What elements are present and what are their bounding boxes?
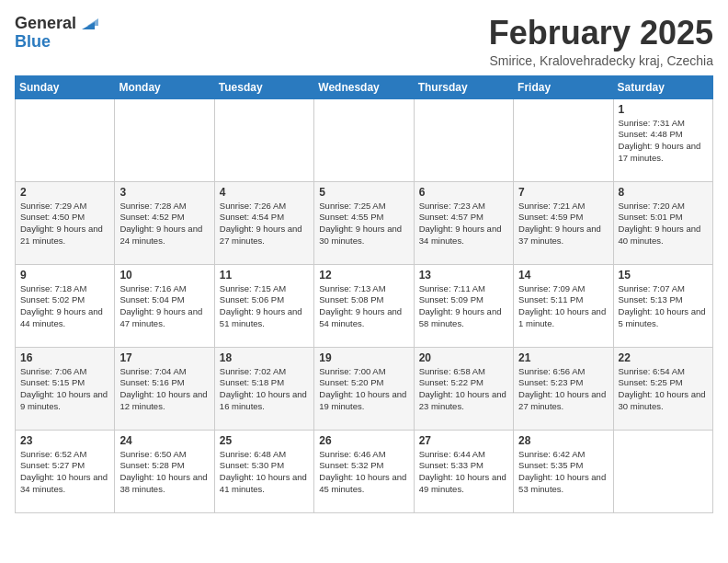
calendar-cell: 26Sunrise: 6:46 AM Sunset: 5:32 PM Dayli…: [314, 430, 414, 512]
calendar-cell: 18Sunrise: 7:02 AM Sunset: 5:18 PM Dayli…: [214, 347, 313, 430]
day-number: 3: [119, 186, 209, 199]
calendar-cell: [16, 98, 115, 181]
calendar-table: SundayMondayTuesdayWednesdayThursdayFrid…: [15, 75, 713, 513]
calendar-cell: 25Sunrise: 6:48 AM Sunset: 5:30 PM Dayli…: [214, 430, 313, 512]
week-row-3: 9Sunrise: 7:18 AM Sunset: 5:02 PM Daylig…: [16, 264, 713, 347]
calendar-cell: [214, 98, 313, 181]
day-number: 17: [119, 351, 209, 364]
day-number: 6: [419, 186, 508, 199]
day-info: Sunrise: 7:11 AM Sunset: 5:09 PM Dayligh…: [419, 283, 508, 330]
day-info: Sunrise: 7:09 AM Sunset: 5:11 PM Dayligh…: [518, 283, 608, 330]
day-info: Sunrise: 7:29 AM Sunset: 4:50 PM Dayligh…: [20, 201, 109, 247]
calendar-cell: 15Sunrise: 7:07 AM Sunset: 5:13 PM Dayli…: [613, 264, 712, 347]
day-info: Sunrise: 7:07 AM Sunset: 5:13 PM Dayligh…: [619, 283, 708, 330]
day-number: 22: [619, 351, 708, 364]
day-info: Sunrise: 7:00 AM Sunset: 5:20 PM Dayligh…: [319, 366, 408, 413]
day-info: Sunrise: 7:28 AM Sunset: 4:52 PM Dayligh…: [119, 201, 209, 247]
day-number: 26: [319, 434, 408, 447]
calendar-cell: 20Sunrise: 6:58 AM Sunset: 5:22 PM Dayli…: [414, 347, 513, 430]
calendar-cell: 1Sunrise: 7:31 AM Sunset: 4:48 PM Daylig…: [613, 98, 712, 181]
day-info: Sunrise: 6:42 AM Sunset: 5:35 PM Dayligh…: [518, 449, 608, 496]
day-number: 21: [518, 351, 608, 364]
day-number: 16: [20, 351, 109, 364]
day-number: 18: [220, 351, 309, 364]
calendar-body: 1Sunrise: 7:31 AM Sunset: 4:48 PM Daylig…: [16, 98, 713, 512]
day-info: Sunrise: 7:31 AM Sunset: 4:48 PM Dayligh…: [619, 118, 708, 165]
logo: General Blue: [15, 15, 98, 52]
day-number: 4: [220, 186, 309, 199]
calendar-cell: 12Sunrise: 7:13 AM Sunset: 5:08 PM Dayli…: [314, 264, 414, 347]
calendar-cell: 24Sunrise: 6:50 AM Sunset: 5:28 PM Dayli…: [115, 430, 214, 512]
day-number: 19: [319, 351, 408, 364]
day-info: Sunrise: 7:02 AM Sunset: 5:18 PM Dayligh…: [220, 366, 309, 413]
week-row-1: 1Sunrise: 7:31 AM Sunset: 4:48 PM Daylig…: [16, 98, 713, 181]
day-number: 27: [419, 434, 508, 447]
day-number: 28: [518, 434, 608, 447]
day-info: Sunrise: 6:50 AM Sunset: 5:28 PM Dayligh…: [119, 449, 209, 496]
weekday-header-thursday: Thursday: [414, 75, 513, 98]
day-info: Sunrise: 6:58 AM Sunset: 5:22 PM Dayligh…: [419, 366, 508, 413]
logo-general: General: [15, 15, 76, 33]
weekday-header-friday: Friday: [514, 75, 613, 98]
calendar-cell: 28Sunrise: 6:42 AM Sunset: 5:35 PM Dayli…: [514, 430, 613, 512]
calendar-subtitle: Smirice, Kralovehradecky kraj, Czechia: [489, 53, 713, 68]
title-block: February 2025 Smirice, Kralovehradecky k…: [489, 15, 713, 68]
weekday-header-wednesday: Wednesday: [314, 75, 414, 98]
calendar-title: February 2025: [489, 15, 713, 52]
day-number: 13: [419, 269, 508, 282]
calendar-cell: 16Sunrise: 7:06 AM Sunset: 5:15 PM Dayli…: [16, 347, 115, 430]
week-row-2: 2Sunrise: 7:29 AM Sunset: 4:50 PM Daylig…: [16, 181, 713, 264]
calendar-cell: [314, 98, 414, 181]
calendar-cell: 8Sunrise: 7:20 AM Sunset: 5:01 PM Daylig…: [613, 181, 712, 264]
calendar-cell: 4Sunrise: 7:26 AM Sunset: 4:54 PM Daylig…: [214, 181, 313, 264]
day-info: Sunrise: 7:18 AM Sunset: 5:02 PM Dayligh…: [20, 283, 109, 330]
day-number: 24: [119, 434, 209, 447]
calendar-cell: 23Sunrise: 6:52 AM Sunset: 5:27 PM Dayli…: [16, 430, 115, 512]
weekday-header-sunday: Sunday: [16, 75, 115, 98]
calendar-cell: 22Sunrise: 6:54 AM Sunset: 5:25 PM Dayli…: [613, 347, 712, 430]
calendar-cell: 3Sunrise: 7:28 AM Sunset: 4:52 PM Daylig…: [115, 181, 214, 264]
calendar-cell: 14Sunrise: 7:09 AM Sunset: 5:11 PM Dayli…: [514, 264, 613, 347]
weekday-header-tuesday: Tuesday: [214, 75, 313, 98]
week-row-5: 23Sunrise: 6:52 AM Sunset: 5:27 PM Dayli…: [16, 430, 713, 512]
calendar-cell: 27Sunrise: 6:44 AM Sunset: 5:33 PM Dayli…: [414, 430, 513, 512]
calendar-cell: 21Sunrise: 6:56 AM Sunset: 5:23 PM Dayli…: [514, 347, 613, 430]
calendar-cell: [613, 430, 712, 512]
day-info: Sunrise: 7:16 AM Sunset: 5:04 PM Dayligh…: [119, 283, 209, 330]
day-number: 20: [419, 351, 508, 364]
weekday-row: SundayMondayTuesdayWednesdayThursdayFrid…: [16, 75, 713, 98]
day-info: Sunrise: 7:20 AM Sunset: 5:01 PM Dayligh…: [619, 201, 708, 247]
weekday-header-saturday: Saturday: [613, 75, 712, 98]
calendar-cell: 5Sunrise: 7:25 AM Sunset: 4:55 PM Daylig…: [314, 181, 414, 264]
day-number: 11: [220, 269, 309, 282]
week-row-4: 16Sunrise: 7:06 AM Sunset: 5:15 PM Dayli…: [16, 347, 713, 430]
day-number: 23: [20, 434, 109, 447]
calendar-cell: 7Sunrise: 7:21 AM Sunset: 4:59 PM Daylig…: [514, 181, 613, 264]
calendar-cell: 9Sunrise: 7:18 AM Sunset: 5:02 PM Daylig…: [16, 264, 115, 347]
calendar-cell: 11Sunrise: 7:15 AM Sunset: 5:06 PM Dayli…: [214, 264, 313, 347]
day-info: Sunrise: 6:46 AM Sunset: 5:32 PM Dayligh…: [319, 449, 408, 496]
day-number: 7: [518, 186, 608, 199]
day-number: 25: [220, 434, 309, 447]
day-info: Sunrise: 7:23 AM Sunset: 4:57 PM Dayligh…: [419, 201, 508, 247]
logo-blue: Blue: [15, 32, 51, 51]
day-info: Sunrise: 7:04 AM Sunset: 5:16 PM Dayligh…: [119, 366, 209, 413]
calendar-cell: 17Sunrise: 7:04 AM Sunset: 5:16 PM Dayli…: [115, 347, 214, 430]
day-number: 10: [119, 269, 209, 282]
calendar-cell: 6Sunrise: 7:23 AM Sunset: 4:57 PM Daylig…: [414, 181, 513, 264]
calendar-cell: [115, 98, 214, 181]
day-number: 12: [319, 269, 408, 282]
calendar-header: SundayMondayTuesdayWednesdayThursdayFrid…: [16, 75, 713, 98]
page-header: General Blue February 2025 Smirice, Kral…: [15, 15, 713, 68]
day-info: Sunrise: 6:52 AM Sunset: 5:27 PM Dayligh…: [20, 449, 109, 496]
day-info: Sunrise: 7:15 AM Sunset: 5:06 PM Dayligh…: [220, 283, 309, 330]
day-info: Sunrise: 7:26 AM Sunset: 4:54 PM Dayligh…: [220, 201, 309, 247]
calendar-cell: 13Sunrise: 7:11 AM Sunset: 5:09 PM Dayli…: [414, 264, 513, 347]
day-number: 5: [319, 186, 408, 199]
day-number: 15: [619, 269, 708, 282]
day-info: Sunrise: 6:48 AM Sunset: 5:30 PM Dayligh…: [220, 449, 309, 496]
calendar-cell: [414, 98, 513, 181]
calendar-cell: [514, 98, 613, 181]
day-info: Sunrise: 7:06 AM Sunset: 5:15 PM Dayligh…: [20, 366, 109, 413]
day-number: 8: [619, 186, 708, 199]
